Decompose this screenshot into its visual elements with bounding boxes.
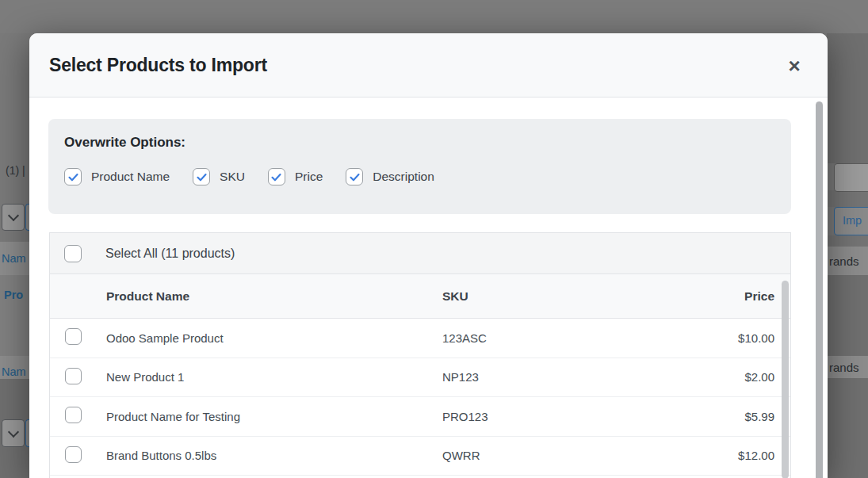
sku-cell: QWRR bbox=[442, 449, 663, 462]
checkbox-icon[interactable] bbox=[193, 168, 210, 185]
row-checkbox[interactable] bbox=[65, 368, 82, 384]
row-checkbox[interactable] bbox=[65, 328, 82, 345]
select-all-checkbox[interactable] bbox=[64, 245, 82, 262]
bg-right-top-band bbox=[827, 33, 868, 163]
checkbox-icon[interactable] bbox=[268, 168, 285, 185]
row-checkbox[interactable] bbox=[65, 407, 82, 423]
close-icon[interactable]: × bbox=[783, 55, 805, 77]
bg-left-rows-band bbox=[0, 275, 29, 356]
modal-scrollbar[interactable] bbox=[816, 101, 823, 478]
table-row[interactable]: Brand Buttons 0.5lbs QWRR $12.00 bbox=[50, 437, 790, 476]
select-all-label: Select All (11 products) bbox=[105, 247, 235, 261]
chevron-down-icon bbox=[7, 210, 18, 221]
overwrite-option[interactable]: Product Name bbox=[64, 168, 170, 185]
per-page-dropdown bbox=[2, 204, 25, 231]
backdrop-top-band bbox=[0, 0, 868, 33]
row-checkbox-cell bbox=[50, 368, 106, 387]
product-link: Pro bbox=[4, 289, 23, 301]
table-body: Odoo Sample Product 123ASC $10.00 New Pr… bbox=[50, 319, 790, 476]
overwrite-option-label: Description bbox=[373, 170, 434, 184]
overwrite-option[interactable]: SKU bbox=[193, 168, 245, 185]
row-checkbox-cell bbox=[50, 328, 106, 347]
per-page-dropdown-2 bbox=[2, 419, 25, 447]
row-checkbox-cell bbox=[50, 407, 106, 426]
bg-right-gap-band-1 bbox=[827, 190, 868, 207]
column-header-name-link: Nam bbox=[2, 252, 26, 265]
select-products-modal: Select Products to Import × Overwrite Op… bbox=[29, 33, 828, 478]
overwrite-options-panel: Overwrite Options: Product Name SKU Pric… bbox=[48, 119, 791, 214]
column-header-sku: SKU bbox=[442, 289, 663, 304]
sku-cell: NP123 bbox=[442, 370, 663, 384]
import-button: Imp bbox=[834, 207, 868, 235]
product-name-cell: Brand Buttons 0.5lbs bbox=[106, 449, 442, 462]
table-row[interactable]: Odoo Sample Product 123ASC $10.00 bbox=[50, 319, 790, 358]
table-row[interactable]: New Product 1 NP123 $2.00 bbox=[50, 358, 790, 398]
bg-right-gap-band-2 bbox=[827, 235, 868, 247]
overwrite-option-label: Price bbox=[295, 170, 323, 184]
product-name-cell: Product Name for Testing bbox=[106, 410, 442, 423]
brands-column-header: rands bbox=[829, 254, 859, 268]
modal-header: Select Products to Import × bbox=[29, 33, 828, 98]
select-all-row[interactable]: Select All (11 products) bbox=[50, 233, 790, 274]
bg-right-bottom-band bbox=[827, 378, 868, 478]
table-row[interactable]: Product Name for Testing PRO123 $5.99 bbox=[50, 397, 790, 437]
overwrite-option-label: Product Name bbox=[91, 170, 170, 184]
price-cell: $2.00 bbox=[663, 370, 774, 384]
brands-column-header-2: rands bbox=[829, 361, 859, 374]
overwrite-options-heading: Overwrite Options: bbox=[64, 135, 185, 151]
column-header-price: Price bbox=[663, 289, 774, 304]
column-header-name-link-2: Nam bbox=[2, 365, 26, 378]
modal-title: Select Products to Import bbox=[49, 33, 267, 98]
price-cell: $10.00 bbox=[663, 331, 774, 345]
row-checkbox[interactable] bbox=[65, 446, 82, 463]
price-cell: $12.00 bbox=[663, 449, 774, 462]
overwrite-option[interactable]: Price bbox=[268, 168, 323, 185]
sku-cell: 123ASC bbox=[442, 331, 663, 345]
search-input bbox=[834, 163, 868, 192]
checkbox-icon[interactable] bbox=[64, 168, 82, 185]
product-name-cell: Odoo Sample Product bbox=[106, 331, 442, 345]
result-count-text: (1) | bbox=[6, 164, 25, 177]
chevron-down-icon bbox=[7, 426, 18, 437]
overwrite-options-row: Product Name SKU Price Description bbox=[64, 168, 434, 185]
screen: (1) | Nam Pro Nam Imp rands rands Select… bbox=[0, 0, 868, 478]
column-header-product-name: Product Name bbox=[106, 289, 442, 304]
sku-cell: PRO123 bbox=[442, 410, 663, 423]
overwrite-option-label: SKU bbox=[220, 170, 245, 184]
products-table: Select All (11 products) Product Name SK… bbox=[49, 232, 791, 478]
table-scrollbar[interactable] bbox=[782, 281, 789, 478]
table-header-row: Product Name SKU Price bbox=[50, 274, 790, 319]
product-name-cell: New Product 1 bbox=[106, 370, 442, 384]
bg-right-rows-band bbox=[827, 275, 868, 356]
checkbox-icon[interactable] bbox=[346, 168, 363, 185]
row-checkbox-cell bbox=[50, 446, 106, 465]
price-cell: $5.99 bbox=[663, 410, 774, 423]
overwrite-option[interactable]: Description bbox=[346, 168, 434, 185]
